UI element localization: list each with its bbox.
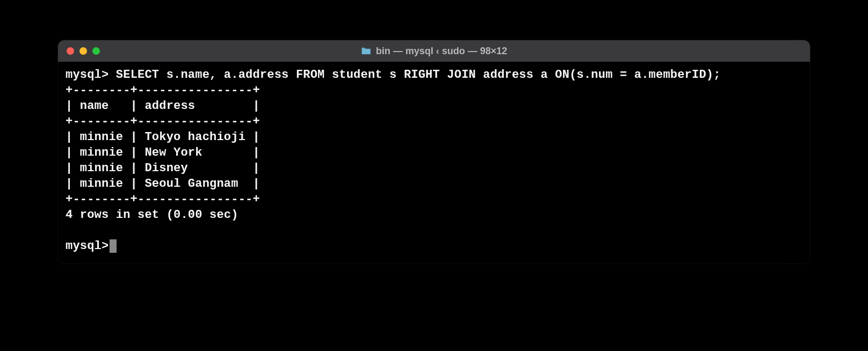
titlebar: bin — mysql ‹ sudo — 98×12 bbox=[58, 40, 810, 62]
table-row: | minnie | Disney | bbox=[66, 162, 260, 175]
maximize-button[interactable] bbox=[92, 47, 100, 55]
cursor bbox=[110, 239, 117, 253]
close-button[interactable] bbox=[67, 47, 74, 55]
prompt: mysql> bbox=[66, 68, 108, 82]
minimize-button[interactable] bbox=[79, 47, 87, 55]
table-border-top: +--------+----------------+ bbox=[66, 84, 260, 97]
terminal-body[interactable]: mysql> SELECT s.name, a.address FROM stu… bbox=[58, 62, 810, 264]
table-border-bottom: +--------+----------------+ bbox=[66, 193, 260, 206]
table-row: | minnie | Tokyo hachioji | bbox=[66, 130, 260, 144]
table-row: | minnie | Seoul Gangnam | bbox=[66, 177, 260, 191]
table-border-mid: +--------+----------------+ bbox=[66, 115, 260, 128]
folder-icon bbox=[361, 47, 372, 55]
terminal-window: bin — mysql ‹ sudo — 98×12 mysql> SELECT… bbox=[58, 40, 810, 264]
window-title-text: bin — mysql ‹ sudo — 98×12 bbox=[376, 46, 508, 57]
table-header-row: | name | address | bbox=[66, 99, 260, 113]
result-summary: 4 rows in set (0.00 sec) bbox=[66, 208, 238, 222]
window-title: bin — mysql ‹ sudo — 98×12 bbox=[361, 46, 508, 57]
table-row: | minnie | New York | bbox=[66, 146, 260, 159]
sql-query: SELECT s.name, a.address FROM student s … bbox=[116, 68, 721, 82]
traffic-lights bbox=[67, 47, 100, 55]
prompt: mysql> bbox=[66, 238, 108, 254]
